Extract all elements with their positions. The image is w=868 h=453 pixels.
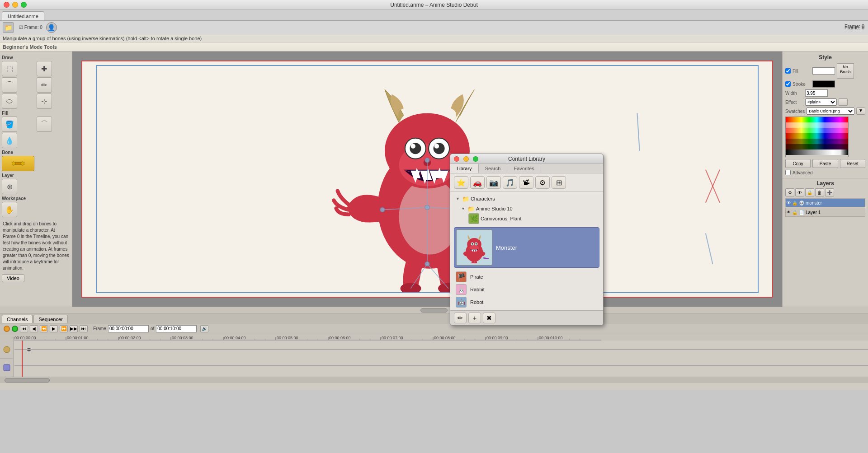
cl-tab-library[interactable]: Library	[450, 164, 479, 173]
maximize-button[interactable]	[21, 2, 27, 8]
cl-icon-video[interactable]: 📽	[519, 176, 533, 189]
cl-tab-search[interactable]: Search	[479, 164, 508, 173]
swatches-options-button[interactable]: ▼	[856, 107, 865, 115]
copy-paste-row: Copy Paste Reset	[785, 159, 865, 168]
toolbar-icon-1[interactable]: 📁	[3, 22, 14, 33]
stroke-checkbox[interactable]	[785, 81, 791, 87]
minimize-button[interactable]	[12, 2, 18, 8]
track-labels	[0, 341, 14, 377]
canvas-scrollbar[interactable]	[0, 307, 868, 313]
width-input[interactable]	[805, 89, 828, 97]
add-point-tool[interactable]: ✚	[37, 61, 52, 76]
cl-label-robot: Robot	[470, 299, 483, 305]
fill-color-swatch[interactable]	[812, 67, 835, 75]
cl-item-carnivorous[interactable]: 🌿 Carnivorous_Plant	[454, 214, 599, 224]
prev-button[interactable]: ⏪	[40, 325, 48, 332]
user-icon[interactable]: 👤	[46, 22, 57, 33]
cl-edit-button[interactable]: ✏	[454, 313, 467, 323]
freehand-tool[interactable]: ✏	[37, 77, 52, 93]
paint-bucket-tool[interactable]: 🪣	[2, 117, 17, 132]
timeline-ruler: /* ruler ticks generated below */ 00:00:…	[0, 334, 868, 341]
cl-icon-more[interactable]: ⊞	[552, 176, 566, 189]
layers-toolbar: ⚙ 👁 🔒 🗑 ➕	[785, 188, 865, 196]
paste-button[interactable]: Paste	[812, 159, 838, 168]
copy-button[interactable]: Copy	[785, 159, 811, 168]
layer-row-monster[interactable]: 👁 🔒 💀 monster	[785, 198, 865, 207]
pan-tool[interactable]: ✋	[2, 202, 17, 217]
stroke-row: Stroke	[785, 80, 865, 88]
play-indicator[interactable]	[12, 326, 18, 332]
advanced-label: Advanced	[793, 170, 812, 175]
tab-channels[interactable]: Channels	[2, 315, 33, 323]
layer-delete-btn[interactable]: 🗑	[815, 188, 824, 196]
document-tab[interactable]: Untitled.anme	[2, 11, 44, 20]
swatches-select[interactable]: Basic Colors.png	[807, 107, 854, 115]
cl-selected-item[interactable]: Monster	[454, 227, 599, 268]
close-button[interactable]	[4, 2, 9, 8]
cl-icon-camera[interactable]: 📷	[486, 176, 501, 189]
audio-button[interactable]: 🔊	[200, 325, 208, 332]
fill-checkbox[interactable]	[785, 68, 791, 74]
video-button[interactable]: Video	[2, 274, 24, 282]
beginner-mode-check[interactable]: ☑ Frame: 0	[19, 25, 42, 30]
cl-add-button[interactable]: +	[468, 313, 481, 323]
layer-lock-btn[interactable]: 🔒	[805, 188, 814, 196]
cl-item-rabbit[interactable]: 🐰 Rabbit	[454, 283, 599, 296]
reset-button[interactable]: Reset	[840, 159, 865, 168]
cl-icon-gear[interactable]: ⚙	[535, 176, 550, 189]
timeline-scrollbar-thumb[interactable]	[5, 378, 50, 383]
record-button[interactable]	[4, 326, 10, 332]
cl-tab-favorites[interactable]: Favorites	[507, 164, 541, 173]
layer-new-btn[interactable]: ➕	[825, 188, 834, 196]
oval-tool[interactable]: ⬭	[2, 93, 17, 109]
effect-options-button[interactable]	[839, 98, 848, 106]
cl-close-button[interactable]	[454, 156, 459, 162]
layer-visible-btn[interactable]: 👁	[795, 188, 804, 196]
timeline-bottom-scroll[interactable]	[0, 377, 868, 383]
eyedropper-tool[interactable]: 💧	[2, 133, 17, 148]
cl-delete-button[interactable]: ✖	[483, 313, 495, 323]
tab-sequencer[interactable]: Sequencer	[33, 315, 67, 323]
next-frame-button[interactable]: ▶▶	[70, 325, 78, 332]
fill-shape-tool[interactable]: ⌒	[37, 117, 52, 132]
cl-icon-music[interactable]: 🎵	[503, 176, 517, 189]
current-frame-input[interactable]	[108, 325, 149, 332]
play-button[interactable]: ▶	[50, 325, 58, 332]
selection-tool[interactable]: ⬚	[2, 61, 17, 76]
track-content[interactable]	[14, 341, 868, 377]
cl-tree-animestudio[interactable]: ▼ 📁 Anime Studio 10	[454, 204, 599, 214]
prev-frame-button[interactable]: ◀	[30, 325, 38, 332]
svg-line-36	[706, 234, 713, 264]
cl-item-pirate[interactable]: 🏴 Pirate	[454, 271, 599, 283]
canvas-area[interactable]	[72, 51, 782, 307]
end-button[interactable]: ⏭	[80, 325, 88, 332]
cl-tree-characters[interactable]: ▼ 📁 Characters	[454, 194, 599, 204]
edit-points-tool[interactable]: ⊹	[37, 93, 52, 109]
layer-icon-layer1: 📄	[799, 210, 804, 215]
no-brush-button[interactable]: NoBrush	[837, 63, 854, 79]
svg-text:00:00:00:00: 00:00:00:00	[14, 336, 36, 340]
cl-minimize-button[interactable]	[463, 156, 469, 162]
swatches-bar: Swatches Basic Colors.png ▼	[785, 107, 865, 115]
layer-lock-layer1: 🔒	[792, 210, 797, 215]
cl-maximize-button[interactable]	[473, 156, 478, 162]
layer-options-btn[interactable]: ⚙	[785, 188, 794, 196]
curve-tool[interactable]: ⌒	[2, 77, 17, 93]
track-label-1	[0, 341, 13, 359]
cl-icon-all[interactable]: ⭐	[454, 176, 468, 189]
manipulate-bone-tool[interactable]	[2, 156, 34, 171]
draw-section-label: Draw	[2, 55, 70, 60]
advanced-checkbox[interactable]	[785, 170, 791, 175]
stroke-color-swatch[interactable]	[812, 80, 835, 88]
color-picker-area[interactable]	[785, 117, 849, 157]
effect-select[interactable]: <plain>	[805, 98, 837, 106]
cl-icon-characters[interactable]: 🚗	[470, 176, 485, 189]
svg-text:00:00:010:00: 00:00:010:00	[539, 336, 563, 340]
layer-row-layer1[interactable]: 👁 🔒 📄 Layer 1	[785, 208, 865, 217]
total-frame-input[interactable]	[156, 325, 197, 332]
cl-item-robot[interactable]: 🤖 Robot	[454, 296, 599, 308]
add-layer-tool[interactable]: ⊕	[2, 179, 17, 194]
rewind-button[interactable]: ⏮	[20, 325, 28, 332]
scrollbar-thumb[interactable]	[420, 308, 448, 313]
next-button[interactable]: ⏩	[60, 325, 68, 332]
